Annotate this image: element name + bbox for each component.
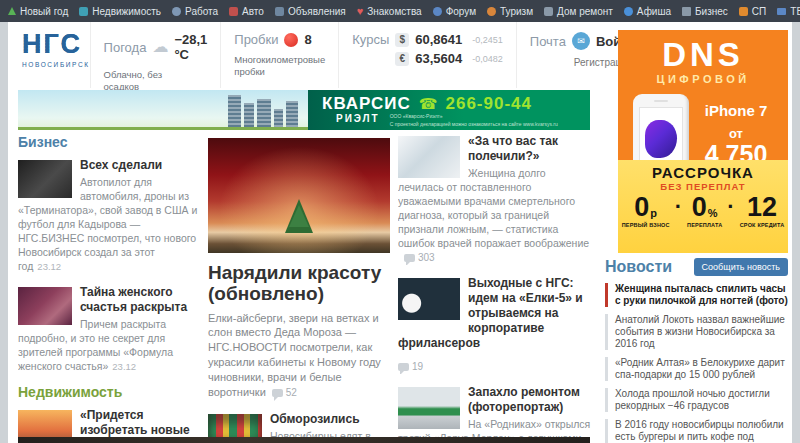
news-date: 23.12 — [37, 261, 61, 272]
logo-title: НГС — [22, 31, 90, 58]
news-item: Выходные с НГС: идем на «Елки-5» и отрыв… — [398, 276, 594, 374]
topnav-item-tourism[interactable]: Туризм — [487, 6, 533, 17]
ad-promo-title: РАССРОЧКА — [618, 165, 788, 180]
topnav-label: Авто — [242, 6, 264, 17]
topnav-item-realty[interactable]: Недвижимость — [79, 6, 161, 17]
kvarsis-banner[interactable]: КВАРСИС ☎ 266-90-44 РИЭЛТ ООО «Кварсис-Р… — [18, 90, 590, 130]
topnav-item-new-year[interactable]: Новый год — [8, 6, 68, 17]
comments-row: 19 — [398, 354, 594, 374]
comments-icon — [404, 254, 415, 262]
topnav-item-ads[interactable]: Объявления — [275, 6, 346, 17]
banner-text-panel: КВАРСИС ☎ 266-90-44 РИЭЛТ ООО «Кварсис-Р… — [308, 90, 590, 130]
topnav-item-dating[interactable]: ♥Знакомства — [357, 6, 422, 17]
building-silhouette — [257, 99, 271, 127]
news-text-span: Женщина долго лечилась от поставленного … — [398, 167, 589, 249]
main-story-photo[interactable] — [208, 138, 390, 253]
news-sidebar: Новости Сообщить новость Женщина пыталас… — [605, 258, 788, 443]
phone-speaker — [654, 100, 668, 102]
traffic-score: 8 — [304, 32, 311, 47]
section-business[interactable]: Бизнес — [18, 134, 200, 150]
topnav-label: Новый год — [20, 6, 68, 17]
traffic-link[interactable]: Пробки — [234, 32, 278, 47]
ad-term-label: ПЕРЕПЛАТА — [687, 222, 722, 228]
mail-link[interactable]: Почта — [530, 34, 566, 49]
screen-artwork — [645, 120, 677, 158]
ad-product-name: iPhone 7 — [688, 102, 784, 119]
ad-term-label: ПЕРВЫЙ ВЗНОС — [622, 222, 670, 228]
currency-informer: Курсы $ 60,8641 -0,2451 € 63,5604 -0,048… — [338, 22, 516, 88]
comments-count[interactable]: 52 — [286, 387, 297, 398]
comments-count[interactable]: 19 — [412, 361, 423, 372]
news-text-span: Причем раскрыта подробно, и это не секре… — [18, 318, 173, 372]
weather-link[interactable]: Погода — [104, 40, 147, 55]
ngs-logo[interactable]: НГС НОВОСИБИРСК — [8, 22, 90, 88]
building-silhouette — [228, 95, 241, 127]
news-item: Запахло ремонтом (фоторепортаж) На «Родн… — [398, 385, 594, 443]
topnav-item-afisha[interactable]: Афиша — [624, 6, 671, 17]
topnav-label: Афиша — [637, 6, 671, 17]
topnav-label: Форум — [446, 6, 476, 17]
logo-subtitle: НОВОСИБИРСК — [22, 61, 90, 68]
ad-term-value: 12 — [747, 194, 777, 221]
banner-brand2: РИЭЛТ — [336, 113, 380, 124]
comments-icon — [398, 363, 409, 371]
news-text: Женщина долго лечилась от поставленного … — [398, 167, 594, 265]
topnav-label: Знакомства — [367, 6, 421, 17]
topnav-label: ТВ — [790, 6, 800, 17]
traffic-description: Многокилометровые пробки — [234, 54, 325, 78]
news-thumbnail[interactable] — [398, 136, 460, 178]
news-section-title[interactable]: Новости — [605, 258, 672, 276]
submit-news-button[interactable]: Сообщить новость — [694, 258, 788, 276]
news-thumbnail[interactable] — [398, 278, 460, 320]
comments-count[interactable]: 303 — [418, 252, 435, 263]
chat-icon — [433, 7, 442, 16]
dns-sub-brand: ЦИФРОВОЙ — [618, 73, 788, 85]
banner-legal-line1: ООО «Кварсис-Риэлт» — [390, 113, 443, 119]
news-thumbnail[interactable] — [18, 287, 72, 325]
topnav-label: СП — [752, 6, 766, 17]
building-silhouette — [244, 103, 254, 127]
briefcase-icon — [682, 7, 691, 16]
top-navigation: Новый год Недвижимость Работа Авто Объяв… — [0, 0, 800, 22]
clipboard-icon — [275, 7, 284, 16]
ad-installment-panel: РАССРОЧКА БЕЗ ПЕРЕПЛАТ 0р ПЕРВЫЙ ВЗНОС ·… — [618, 160, 788, 253]
topnav-item-home-repair[interactable]: Дом ремонт — [544, 6, 613, 17]
section-realty[interactable]: Недвижимость — [18, 384, 200, 400]
tv-icon — [777, 8, 786, 15]
rates-link[interactable]: Курсы — [352, 32, 389, 47]
topnav-item-business[interactable]: Бизнес — [682, 6, 728, 17]
news-item: Тайна женского счастья раскрыта Причем р… — [18, 285, 200, 374]
ad-separator: · — [727, 194, 734, 220]
news-thumbnail[interactable] — [18, 160, 72, 198]
building-silhouette — [286, 101, 298, 127]
envelope-icon[interactable]: ✉ — [572, 32, 590, 50]
phone-icon: ☎ — [419, 96, 438, 111]
left-column: Бизнес Всех сделали Автопилот для автомо… — [18, 134, 200, 443]
banner-brand: КВАРСИС — [322, 95, 411, 112]
news-thumbnail[interactable] — [398, 387, 460, 429]
ad-separator: · — [675, 194, 682, 220]
cloud-icon: ☁ — [152, 38, 168, 56]
news-list-item[interactable]: Холода прошлой ночью достигли рекордных … — [605, 388, 788, 412]
news-list-item[interactable]: Анатолий Локоть назвал важнейшие события… — [605, 314, 788, 350]
site-header: НГС НОВОСИБИРСК Погода ☁ −28,1 °C Облачн… — [8, 22, 608, 88]
topnav-item-work[interactable]: Работа — [172, 6, 218, 17]
tree-icon — [8, 7, 16, 15]
topnav-item-auto[interactable]: Авто — [229, 6, 264, 17]
topnav-item-tv[interactable]: ТВ — [777, 6, 800, 17]
topnav-item-forum[interactable]: Форум — [433, 6, 476, 17]
news-list-item[interactable]: «Родник Алтая» в Белокурихе дарит спа-по… — [605, 357, 788, 381]
topnav-label: Объявления — [288, 6, 346, 17]
news-list-item[interactable]: Женщина пыталась спилить часы с руки пил… — [605, 283, 788, 307]
banner-legal: ООО «Кварсис-Риэлт» С проектной декларац… — [390, 113, 558, 128]
weather-informer: Погода ☁ −28,1 °C Облачно, без осадков — [90, 22, 221, 88]
dns-ad-banner[interactable]: DNS ЦИФРОВОЙ iPhone 7 от 4 750 руб/мес Р… — [618, 30, 788, 253]
topnav-item-sp[interactable]: СП — [739, 6, 766, 17]
heart-icon: ♥ — [357, 7, 364, 16]
middle-column: «За что вас так полечили?» Женщина долго… — [398, 134, 594, 443]
traffic-level-icon — [284, 33, 298, 47]
news-list-item[interactable]: В 2016 году новосибирцы полюбили есть бу… — [605, 419, 788, 443]
topnav-label: Дом ремонт — [557, 6, 613, 17]
main-story-title[interactable]: Нарядили красоту (обновлено) — [208, 262, 390, 305]
ad-term-value: 0 — [692, 194, 707, 221]
